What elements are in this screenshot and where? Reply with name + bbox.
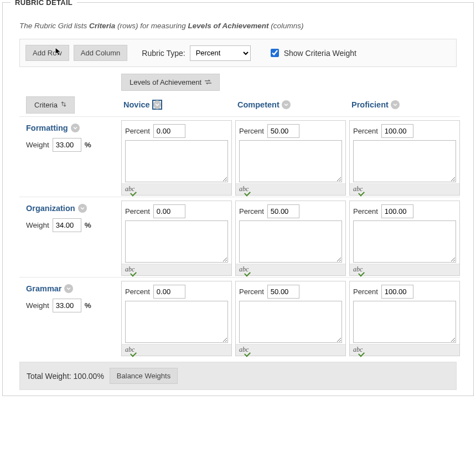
- rubric-cell: Percent abc: [235, 201, 346, 276]
- levels-header-wrap: Levels of Achievement: [121, 74, 460, 91]
- pill-label: Criteria: [34, 101, 58, 109]
- percent-input[interactable]: [267, 204, 299, 218]
- percent-input[interactable]: [381, 285, 413, 299]
- weight-line: Weight %: [26, 218, 113, 232]
- percent-label: Percent: [239, 207, 264, 215]
- rubric-type-select[interactable]: Percent: [190, 45, 251, 61]
- weight-line: Weight %: [26, 299, 113, 312]
- chevron-down-icon[interactable]: [71, 124, 80, 132]
- criteria-name-organization[interactable]: Organization: [26, 204, 113, 213]
- weight-label: Weight: [26, 141, 49, 149]
- description-textarea[interactable]: [125, 140, 228, 182]
- criteria-row: Grammar Weight %: [19, 278, 118, 356]
- rubric-type-label: Rubric Type:: [142, 49, 185, 58]
- total-weight-label: Total Weight: 100.00%: [27, 372, 104, 381]
- percent-label: Percent: [353, 288, 378, 296]
- rubric-cell: Percent abc: [121, 281, 232, 356]
- spellcheck-icon[interactable]: abc: [239, 185, 250, 193]
- rubric-cell: Percent abc: [235, 281, 346, 356]
- spellcheck-icon[interactable]: abc: [125, 185, 136, 193]
- chevron-down-icon[interactable]: [64, 284, 73, 293]
- rubric-grid: Levels of Achievement Criteria Novice: [19, 74, 457, 356]
- button-label: Add Row: [33, 49, 62, 57]
- spellcheck-icon[interactable]: abc: [239, 265, 250, 274]
- weight-input[interactable]: [53, 218, 81, 232]
- description-textarea[interactable]: [239, 140, 342, 182]
- percent-symbol: %: [85, 301, 91, 310]
- spellcheck-icon[interactable]: abc: [125, 346, 136, 354]
- grid-description: The Rubric Grid lists Criteria (rows) fo…: [19, 22, 457, 30]
- pill-label: Levels of Achievement: [130, 78, 201, 86]
- spellcheck-icon[interactable]: abc: [353, 346, 364, 354]
- level-header-competent[interactable]: Competent: [235, 94, 346, 115]
- level-header-novice[interactable]: Novice: [121, 94, 232, 115]
- percent-symbol: %: [85, 141, 91, 149]
- chevron-down-icon[interactable]: [282, 100, 291, 109]
- description-textarea[interactable]: [239, 220, 342, 263]
- spellcheck-icon[interactable]: abc: [239, 346, 250, 354]
- swap-icon: [205, 79, 211, 86]
- rubric-cell: Percent abc: [349, 120, 460, 196]
- percent-input[interactable]: [267, 124, 299, 138]
- percent-label: Percent: [239, 288, 264, 296]
- percent-label: Percent: [125, 288, 150, 296]
- description-textarea[interactable]: [125, 301, 228, 343]
- add-column-button[interactable]: Add Column: [74, 45, 128, 61]
- criteria-pill[interactable]: Criteria: [26, 96, 75, 114]
- weight-input[interactable]: [53, 138, 81, 152]
- percent-input[interactable]: [153, 124, 185, 138]
- percent-label: Percent: [125, 207, 150, 215]
- percent-input[interactable]: [153, 204, 185, 218]
- chevron-down-icon[interactable]: [78, 204, 87, 213]
- weight-line: Weight %: [26, 138, 113, 152]
- percent-input[interactable]: [153, 285, 185, 299]
- button-label: Add Column: [81, 49, 121, 57]
- desc-text: (columns): [268, 22, 303, 30]
- levels-of-achievement-pill[interactable]: Levels of Achievement: [121, 74, 220, 91]
- percent-label: Percent: [125, 127, 150, 135]
- spacer: [19, 74, 118, 94]
- button-label: Balance Weights: [117, 372, 170, 380]
- level-name: Proficient: [351, 100, 389, 109]
- description-textarea[interactable]: [125, 220, 228, 263]
- spellcheck-icon[interactable]: abc: [353, 265, 364, 274]
- description-textarea[interactable]: [353, 140, 456, 182]
- show-weight-checkbox[interactable]: [271, 49, 279, 57]
- description-textarea[interactable]: [239, 301, 342, 343]
- criteria-row: Organization Weight %: [19, 197, 118, 276]
- description-textarea[interactable]: [353, 301, 456, 343]
- desc-text: The Rubric Grid lists: [19, 22, 89, 30]
- weight-label: Weight: [26, 221, 49, 229]
- weight-input[interactable]: [53, 299, 81, 312]
- percent-input[interactable]: [381, 124, 413, 138]
- chevron-down-icon[interactable]: [391, 100, 400, 109]
- rubric-cell: Percent abc: [235, 120, 346, 196]
- percent-input[interactable]: [267, 285, 299, 299]
- criteria-row: Formatting Weight %: [19, 117, 118, 196]
- sort-icon: [61, 101, 66, 108]
- add-row-button[interactable]: Add Row: [25, 45, 69, 61]
- desc-text: (rows) for measuring: [115, 22, 188, 30]
- level-name: Competent: [237, 100, 280, 109]
- spellcheck-icon[interactable]: abc: [125, 265, 136, 274]
- footer-bar: Total Weight: 100.00% Balance Weights: [19, 362, 457, 390]
- rubric-detail-panel: RUBRIC DETAIL The Rubric Grid lists Crit…: [2, 2, 474, 396]
- criteria-name-grammar[interactable]: Grammar: [26, 284, 113, 293]
- criteria-name-formatting[interactable]: Formatting: [26, 124, 113, 132]
- level-header-proficient[interactable]: Proficient: [349, 94, 460, 115]
- toolbar: Add Row Add Column Rubric Type: Percent …: [19, 39, 457, 67]
- spellcheck-icon[interactable]: abc: [353, 185, 364, 193]
- rubric-cell: Percent abc: [349, 281, 460, 356]
- rubric-cell: Percent abc: [349, 201, 460, 276]
- chevron-down-icon[interactable]: [152, 100, 162, 110]
- percent-input[interactable]: [381, 204, 413, 218]
- percent-symbol: %: [85, 221, 91, 229]
- level-name: Novice: [123, 100, 150, 109]
- balance-weights-button[interactable]: Balance Weights: [110, 368, 178, 384]
- desc-levels: Levels of Achievement: [188, 22, 269, 30]
- description-textarea[interactable]: [353, 220, 456, 263]
- desc-criteria: Criteria: [89, 22, 115, 30]
- show-weight-label: Show Criteria Weight: [284, 49, 356, 58]
- show-weight-toggle[interactable]: Show Criteria Weight: [268, 47, 356, 59]
- panel-header: RUBRIC DETAIL: [3, 3, 473, 8]
